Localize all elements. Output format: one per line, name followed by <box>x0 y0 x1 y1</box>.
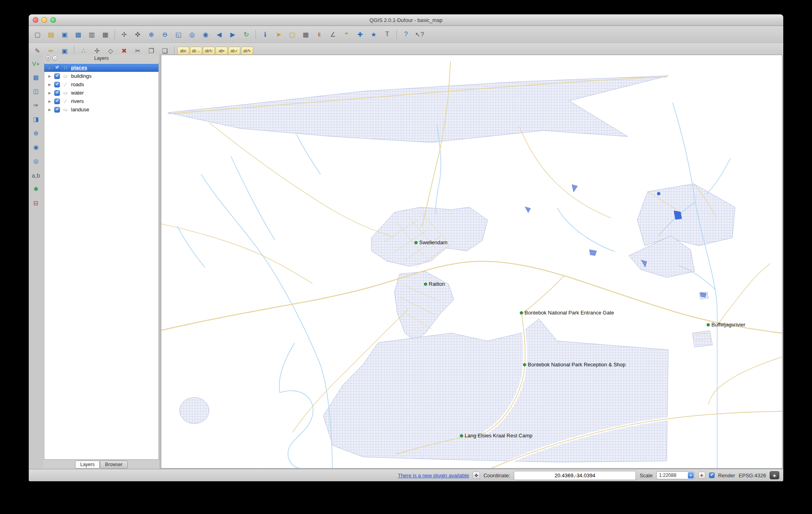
stop-rendering-icon[interactable]: ✦ <box>698 472 705 479</box>
layer-row-water[interactable]: ▭ water <box>44 89 158 97</box>
tab-layers[interactable]: Layers <box>75 461 100 469</box>
save-project-as-button[interactable]: ▩ <box>72 29 85 40</box>
open-attribute-table-button[interactable]: ▦ <box>299 29 312 40</box>
zoom-full-button[interactable]: ◱ <box>172 29 185 40</box>
refresh-map-button[interactable]: ↻ <box>240 29 253 40</box>
layer-checkbox[interactable] <box>54 73 60 79</box>
new-print-composer-button[interactable]: ▥ <box>85 29 98 40</box>
zoom-to-selection-button[interactable]: ◎ <box>186 29 198 40</box>
place-marker-icon <box>414 241 418 244</box>
map-canvas[interactable]: Swellendam Railton Bontebok National Par… <box>161 55 782 469</box>
tab-browser[interactable]: Browser <box>100 461 128 469</box>
open-project-button[interactable]: ▤ <box>45 29 57 40</box>
disclosure-triangle-icon[interactable] <box>48 74 52 78</box>
layer-label: rivers <box>71 98 84 104</box>
map-tips-button[interactable]: ❝ <box>340 29 353 40</box>
close-window-button[interactable] <box>33 17 38 23</box>
add-database-layer-button[interactable]: ◫ <box>30 86 42 97</box>
landuse-polygons <box>168 76 735 462</box>
pan-map-button[interactable]: ✢ <box>118 29 131 40</box>
add-spatialite-layer-button[interactable]: ✑ <box>30 100 42 111</box>
add-wcs-layer-button[interactable]: ◉ <box>30 142 42 152</box>
show-bookmarks-button[interactable]: ★ <box>367 29 380 40</box>
new-project-button[interactable]: ▢ <box>31 29 44 40</box>
layer-checkbox[interactable] <box>54 99 60 104</box>
panel-buttons: ✕ ◦ <box>46 55 57 61</box>
deselect-features-button[interactable]: ▢ <box>286 29 299 40</box>
place-label-text: Lang Elsies Kraal Rest Camp <box>465 433 533 439</box>
add-delimited-text-layer-button[interactable]: a,b <box>30 170 42 180</box>
add-raster-layer-button[interactable]: ▦ <box>30 72 42 83</box>
place-label-reception-shop: Bontebok National Park Reception & Shop <box>523 362 626 368</box>
plugin-icon[interactable]: ❖ <box>473 472 480 479</box>
disclosure-triangle-icon[interactable] <box>48 108 52 112</box>
layer-row-roads[interactable]: ∕ roads <box>44 80 158 89</box>
place-label-text: Bontebok National Park Reception & Shop <box>528 362 626 368</box>
layers-panel-header: ✕ ◦ Layers <box>43 54 160 62</box>
coordinate-input[interactable] <box>514 471 636 480</box>
zoom-next-button[interactable]: ▶ <box>226 29 239 40</box>
place-label-text: Swellendam <box>419 239 448 245</box>
add-wms-layer-button[interactable]: ⊛ <box>30 128 42 138</box>
layer-checkbox[interactable] <box>54 65 60 71</box>
new-plugin-link[interactable]: There is a new plugin available <box>398 472 469 478</box>
window-title: QGIS 2.0.1-Dufour - basic_map <box>370 17 443 23</box>
layer-checkbox[interactable] <box>54 90 60 96</box>
minimize-window-button[interactable] <box>42 17 47 23</box>
label-show-hide-button[interactable]: ab✓ <box>228 47 240 55</box>
new-shapefile-layer-button[interactable]: ✱ <box>30 184 42 194</box>
place-label-text: Bontebok National Park Entrance Gate <box>525 310 614 316</box>
layer-row-landuse[interactable]: ▭ landuse <box>44 105 158 114</box>
layer-checkbox[interactable] <box>54 82 60 87</box>
pan-to-selection-button[interactable]: ✜ <box>131 29 144 40</box>
layer-row-buildings[interactable]: ▭ buildings <box>44 72 158 80</box>
render-checkbox[interactable] <box>709 472 715 478</box>
new-bookmark-button[interactable]: ✚ <box>354 29 366 40</box>
crs-status-button[interactable]: ◈ <box>770 471 779 479</box>
scale-combo[interactable]: 1:22088 <box>656 471 695 479</box>
close-panel-button[interactable]: ✕ <box>46 55 51 61</box>
detach-panel-button[interactable]: ◦ <box>52 55 57 61</box>
whats-this-button[interactable]: ↖? <box>413 29 426 40</box>
zoom-out-button[interactable]: ⊖ <box>158 29 171 40</box>
coordinate-label: Coordinate: <box>483 472 510 478</box>
text-annotation-button[interactable]: T <box>381 29 394 40</box>
measure-line-button[interactable]: ∠ <box>327 29 339 40</box>
disclosure-triangle-icon[interactable] <box>48 91 52 95</box>
help-contents-button[interactable]: ? <box>400 29 412 40</box>
add-mssql-layer-button[interactable]: ◨ <box>30 114 42 125</box>
label-move-button[interactable]: ab→ <box>190 47 202 55</box>
place-label-text: Railton <box>429 281 445 287</box>
zoom-in-button[interactable]: ⊕ <box>145 29 158 40</box>
main-area: V+ ▦ ◫ ✑ ◨ ⊛ ◉ ◎ a,b ✱ ⊟ ✕ ◦ Layers <box>29 54 783 469</box>
remove-layer-button[interactable]: ⊟ <box>30 198 42 208</box>
label-properties-button[interactable]: ab✎ <box>241 47 253 55</box>
field-calculator-button[interactable]: ε <box>313 29 326 40</box>
save-project-button[interactable]: ▣ <box>58 29 71 40</box>
composer-manager-button[interactable]: ▦ <box>99 29 112 40</box>
label-pin-button[interactable]: ab• <box>216 47 228 55</box>
disclosure-triangle-icon[interactable] <box>48 83 52 87</box>
zoom-window-button[interactable] <box>50 17 56 23</box>
identify-features-button[interactable]: ℹ <box>259 29 271 40</box>
layer-tree: ∷ places ▭ buildings ∕ roads <box>44 62 159 460</box>
line-layer-icon: ∕ <box>62 99 69 104</box>
disclosure-triangle-icon[interactable] <box>48 99 52 103</box>
layer-label: roads <box>71 81 84 87</box>
place-marker-icon <box>523 363 526 366</box>
zoom-last-button[interactable]: ◀ <box>213 29 226 40</box>
add-vector-layer-button[interactable]: V+ <box>30 58 42 69</box>
title-bar[interactable]: QGIS 2.0.1-Dufour - basic_map <box>29 14 783 26</box>
layer-row-places[interactable]: ∷ places <box>44 63 158 72</box>
place-marker-icon <box>707 323 710 326</box>
add-wfs-layer-button[interactable]: ◎ <box>30 156 42 166</box>
disclosure-triangle-icon[interactable] <box>48 66 52 70</box>
qgis-window: QGIS 2.0.1-Dufour - basic_map ▢ ▤ ▣ ▩ ▥ … <box>29 14 783 481</box>
label-rotate-button[interactable]: ab↻ <box>203 47 215 55</box>
select-features-button[interactable]: ➤ <box>272 29 285 40</box>
layer-checkbox[interactable] <box>54 107 60 113</box>
labeling-options-button[interactable]: abc <box>177 47 189 55</box>
zoom-to-layer-button[interactable]: ◉ <box>199 29 212 40</box>
layer-row-rivers[interactable]: ∕ rivers <box>44 97 158 105</box>
layers-panel: ✕ ◦ Layers ∷ places ▭ buildings <box>43 54 160 469</box>
